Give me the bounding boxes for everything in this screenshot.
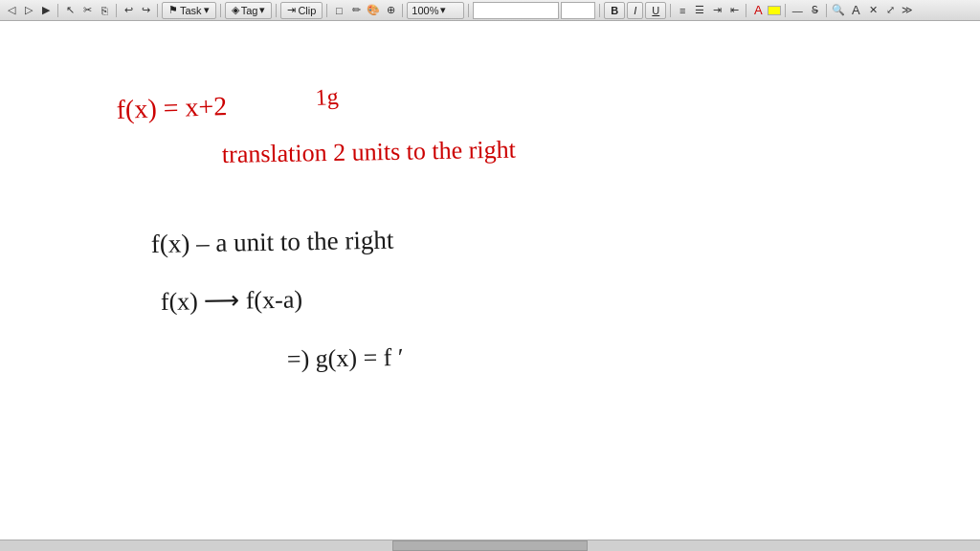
- sep3: [157, 4, 158, 17]
- horizontal-scrollbar[interactable]: [0, 540, 980, 551]
- sep11: [746, 4, 746, 17]
- font-family-input[interactable]: [473, 2, 559, 19]
- pen-icon[interactable]: ✏: [348, 3, 364, 18]
- sep12: [785, 4, 786, 17]
- sep2: [116, 4, 117, 17]
- zoom-dropdown[interactable]: 100% ▾: [407, 2, 464, 19]
- flag-icon: ⚑: [168, 4, 178, 16]
- list2-icon[interactable]: ☰: [692, 3, 707, 18]
- line-icon[interactable]: —: [790, 3, 805, 18]
- sep7: [402, 4, 403, 17]
- sep8: [468, 4, 469, 17]
- play-icon[interactable]: ▶: [38, 3, 54, 18]
- text-color-icon[interactable]: A: [750, 3, 766, 18]
- back-icon[interactable]: ◁: [4, 3, 19, 18]
- indent-icon[interactable]: ⇥: [709, 3, 724, 18]
- redo-icon[interactable]: ↪: [138, 3, 153, 18]
- close-icon[interactable]: ✕: [865, 3, 880, 18]
- tag-chevron: ▾: [259, 4, 265, 16]
- highlight-icon[interactable]: [768, 6, 781, 15]
- toolbar: ◁ ▷ ▶ ↖ ✂ ⎘ ↩ ↪ ⚑ Task ▾ ◈ Tag ▾ ⇥ Clip …: [0, 0, 980, 21]
- zoom-label: 100%: [412, 5, 438, 16]
- tag-icon: ◈: [232, 4, 239, 16]
- underline-button[interactable]: U: [645, 2, 666, 19]
- search-icon[interactable]: 🔍: [831, 3, 846, 18]
- task-chevron: ▾: [204, 4, 210, 16]
- underline-label: U: [652, 5, 659, 16]
- bold-label: B: [611, 5, 618, 16]
- font-size-input[interactable]: [561, 2, 595, 19]
- forward-icon[interactable]: ▷: [21, 3, 36, 18]
- zoom-chevron: ▾: [440, 4, 446, 16]
- italic-button[interactable]: I: [627, 2, 643, 19]
- sep9: [599, 4, 600, 17]
- clip-label: Clip: [298, 5, 316, 16]
- text-size-icon[interactable]: A: [848, 3, 863, 18]
- clip-arrow-icon: ⇥: [287, 4, 296, 16]
- copy-icon[interactable]: ⎘: [97, 3, 112, 18]
- tag-label: Tag: [241, 5, 258, 16]
- canvas[interactable]: f(x) = x+2 1g translation 2 units to the…: [0, 21, 980, 551]
- color-icon[interactable]: 🎨: [366, 3, 381, 18]
- fx-unit-label: f(x) – a unit to the right: [151, 226, 394, 258]
- outdent-icon[interactable]: ⇤: [726, 3, 742, 18]
- gx-equals: =) g(x) = f ′: [287, 343, 404, 373]
- shape-icon[interactable]: □: [331, 3, 346, 18]
- clip-button[interactable]: ⇥ Clip: [280, 2, 323, 19]
- bold-button[interactable]: B: [604, 2, 625, 19]
- italic-label: I: [634, 5, 636, 16]
- fx-arrow-fxa: f(x) ⟶ f(x-a): [161, 285, 303, 316]
- task-label: Task: [180, 5, 202, 16]
- tag-button[interactable]: ◈ Tag ▾: [225, 2, 273, 19]
- sep5: [276, 4, 277, 17]
- undo-icon[interactable]: ↩: [121, 3, 136, 18]
- scrollbar-thumb[interactable]: [392, 540, 589, 551]
- sep6: [326, 4, 327, 17]
- equation-fx: f(x) = x+2: [116, 91, 228, 124]
- strikethrough-icon[interactable]: S̶: [807, 3, 822, 18]
- task-button[interactable]: ⚑ Task ▾: [162, 2, 216, 19]
- more-icon[interactable]: ≫: [900, 3, 915, 18]
- main-area: f(x) = x+2 1g translation 2 units to the…: [0, 21, 980, 551]
- sep1: [57, 4, 58, 17]
- label-1g: 1g: [315, 84, 339, 110]
- list-icon[interactable]: ≡: [675, 3, 690, 18]
- resize-icon[interactable]: ⤢: [882, 3, 898, 18]
- translation-label: translation 2 units to the right: [222, 136, 517, 168]
- sep4: [220, 4, 221, 17]
- link-icon[interactable]: ⊕: [383, 3, 398, 18]
- sep13: [826, 4, 827, 17]
- cursor-icon[interactable]: ↖: [62, 3, 78, 18]
- cut-icon[interactable]: ✂: [79, 3, 95, 18]
- sep10: [670, 4, 671, 17]
- handwriting-canvas: f(x) = x+2 1g translation 2 units to the…: [0, 21, 980, 551]
